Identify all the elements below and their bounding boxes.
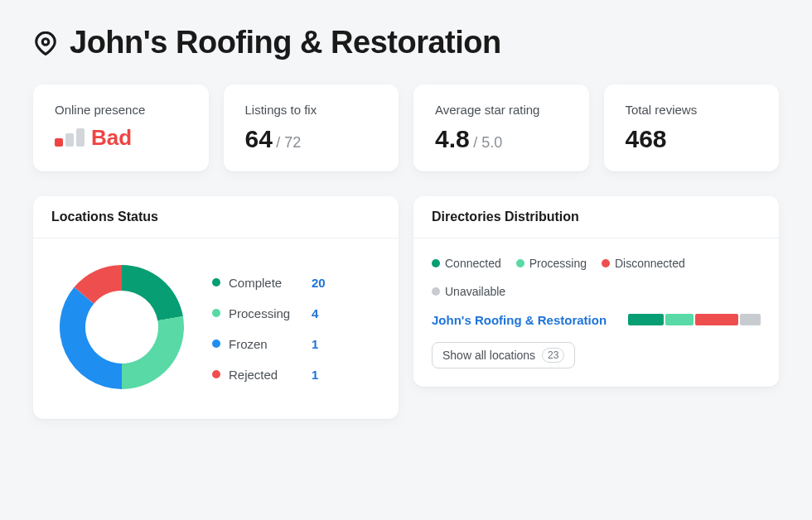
stat-label: Online presence bbox=[55, 103, 187, 117]
panel-title: Directories Distribution bbox=[413, 196, 779, 238]
page-title: John's Roofing & Restoration bbox=[70, 25, 501, 61]
stat-sub: / 5.0 bbox=[473, 134, 502, 151]
legend-label: Processing bbox=[229, 306, 303, 320]
stat-label: Total reviews bbox=[626, 103, 758, 117]
stat-value: 4.8 bbox=[435, 125, 470, 152]
legend-value: 1 bbox=[312, 368, 318, 382]
legend-value: 20 bbox=[312, 276, 326, 290]
directories-distribution-panel: Directories Distribution ConnectedProces… bbox=[413, 196, 779, 387]
signal-bars-icon bbox=[55, 128, 85, 147]
panels-row: Locations Status Complete20Processing4Fr… bbox=[33, 196, 779, 419]
page-header: John's Roofing & Restoration bbox=[33, 25, 779, 61]
location-pin-icon bbox=[33, 31, 58, 60]
legend-item: Frozen1 bbox=[212, 337, 326, 351]
stat-listings-to-fix: Listings to fix 64 / 72 bbox=[224, 84, 399, 171]
show-all-count: 23 bbox=[542, 348, 564, 363]
panel-title: Locations Status bbox=[33, 196, 399, 238]
stat-average-rating: Average star rating 4.8 / 5.0 bbox=[413, 84, 589, 171]
stat-label: Listings to fix bbox=[245, 103, 378, 117]
legend-dot-icon bbox=[516, 259, 524, 267]
distribution-bar bbox=[628, 314, 761, 325]
distribution-row-name: John's Roofing & Restoration bbox=[432, 313, 616, 327]
stat-label: Average star rating bbox=[435, 103, 568, 117]
legend-item: Connected bbox=[432, 257, 501, 270]
legend-dot-icon bbox=[212, 309, 220, 317]
donut-segment bbox=[122, 265, 183, 320]
legend-value: 4 bbox=[312, 306, 318, 320]
distribution-segment bbox=[695, 314, 738, 325]
legend-item: Disconnected bbox=[602, 257, 685, 270]
legend-label: Complete bbox=[229, 276, 303, 290]
legend-dot-icon bbox=[602, 259, 610, 267]
stat-value: 64 bbox=[245, 125, 273, 152]
stat-total-reviews: Total reviews 468 bbox=[604, 84, 780, 171]
legend-label: Rejected bbox=[229, 368, 303, 382]
svg-point-0 bbox=[42, 39, 49, 46]
legend-label: Disconnected bbox=[615, 257, 685, 270]
legend-value: 1 bbox=[312, 337, 318, 351]
legend-dot-icon bbox=[212, 339, 220, 348]
stat-value: Bad bbox=[91, 125, 132, 151]
show-all-label: Show all locations bbox=[442, 349, 535, 362]
legend-item: Rejected1 bbox=[212, 368, 326, 382]
legend-dot-icon bbox=[212, 370, 220, 378]
distribution-segment bbox=[740, 314, 761, 325]
donut-segment bbox=[122, 316, 184, 389]
legend-label: Unavailable bbox=[445, 285, 505, 298]
stat-value: 468 bbox=[626, 125, 758, 153]
directories-legend: ConnectedProcessingDisconnectedUnavailab… bbox=[432, 257, 761, 298]
legend-dot-icon bbox=[432, 259, 440, 267]
legend-item: Processing4 bbox=[212, 306, 326, 320]
locations-status-panel: Locations Status Complete20Processing4Fr… bbox=[33, 196, 399, 419]
donut-chart bbox=[51, 257, 192, 401]
legend-item: Complete20 bbox=[212, 276, 326, 290]
distribution-row: John's Roofing & Restoration bbox=[432, 313, 761, 327]
legend-item: Unavailable bbox=[432, 285, 505, 298]
distribution-segment bbox=[665, 314, 694, 325]
stat-sub: / 72 bbox=[276, 134, 301, 151]
stats-row: Online presence Bad Listings to fix 64 /… bbox=[33, 84, 779, 171]
legend-label: Connected bbox=[445, 257, 501, 270]
legend-dot-icon bbox=[432, 287, 440, 296]
distribution-segment bbox=[628, 314, 664, 325]
legend-label: Frozen bbox=[229, 337, 303, 351]
legend-label: Processing bbox=[529, 257, 587, 270]
legend-item: Processing bbox=[516, 257, 587, 270]
donut-segment bbox=[60, 286, 122, 388]
stat-online-presence: Online presence Bad bbox=[33, 84, 209, 171]
legend-dot-icon bbox=[212, 278, 220, 286]
locations-legend: Complete20Processing4Frozen1Rejected1 bbox=[212, 276, 326, 382]
show-all-locations-button[interactable]: Show all locations 23 bbox=[432, 342, 575, 368]
